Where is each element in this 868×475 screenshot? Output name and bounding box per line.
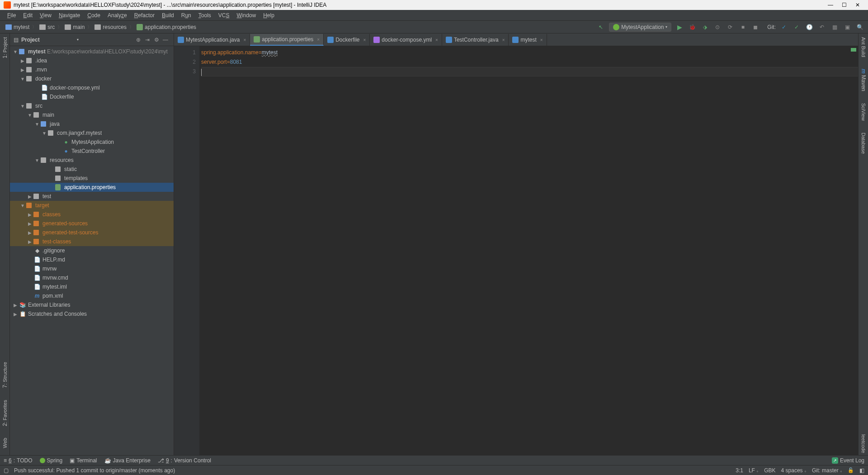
tree-main[interactable]: ▼main <box>10 110 174 119</box>
tree-idea[interactable]: ▶.idea <box>10 56 174 65</box>
menu-analyze[interactable]: Analyze <box>104 10 131 20</box>
tab-mytest-application[interactable]: MytestApplication.java× <box>174 34 250 46</box>
debug-button[interactable]: 🐞 <box>688 23 697 32</box>
tool-todo[interactable]: ≡ 6: TODO <box>4 457 33 464</box>
menu-file[interactable]: File <box>4 10 19 20</box>
tool-event-log[interactable]: ↗Event Log <box>832 457 864 464</box>
vcs-history-button[interactable]: 🕐 <box>805 23 814 32</box>
profile-button[interactable]: ⊙ <box>713 23 722 32</box>
project-tree[interactable]: ▼mytest E:\workspace\workdata\HELLOXF\st… <box>10 46 174 455</box>
tree-docker-compose[interactable]: 📄docker-compose.yml <box>10 83 174 92</box>
tree-test[interactable]: ▶test <box>10 192 174 201</box>
tree-mvnw-cmd[interactable]: 📄mvnw.cmd <box>10 273 174 282</box>
attach-button[interactable]: ⟳ <box>726 23 735 32</box>
tree-target[interactable]: ▼target <box>10 201 174 210</box>
close-icon[interactable]: × <box>363 38 366 43</box>
close-button[interactable]: ✕ <box>851 2 864 8</box>
memory-indicator[interactable]: ◧ <box>859 467 864 474</box>
ide-folders-button[interactable]: ▣ <box>843 23 852 32</box>
tool-web[interactable]: Web <box>1 436 9 450</box>
tool-spring[interactable]: Spring <box>40 457 63 464</box>
close-icon[interactable]: × <box>540 38 543 43</box>
tree-dockerfile[interactable]: 📄Dockerfile <box>10 92 174 101</box>
collapse-all-button[interactable]: ⇥ <box>143 37 152 43</box>
tree-resources[interactable]: ▼resources <box>10 156 174 165</box>
chevron-down-icon[interactable]: ▾ <box>77 38 79 42</box>
tree-gen-test-sources[interactable]: ▶generated-test-sources <box>10 228 174 237</box>
run-config-selector[interactable]: MytestApplication ▾ <box>609 23 671 32</box>
tree-package[interactable]: ▼com.jiangxf.mytest <box>10 128 174 138</box>
tree-iml[interactable]: 📄mytest.iml <box>10 282 174 291</box>
tree-gen-sources[interactable]: ▶generated-sources <box>10 219 174 228</box>
menu-navigate[interactable]: Navigate <box>55 10 84 20</box>
menu-build[interactable]: Build <box>158 10 178 20</box>
menu-help[interactable]: Help <box>259 10 278 20</box>
git-branch[interactable]: Git: master ⬨ <box>812 467 842 474</box>
inspection-status-icon[interactable] <box>851 48 856 52</box>
tool-database[interactable]: Database <box>860 131 867 156</box>
indent-config[interactable]: 4 spaces ⬨ <box>781 467 807 474</box>
tool-sciview[interactable]: SciView <box>860 101 867 123</box>
tree-classes[interactable]: ▶classes <box>10 210 174 219</box>
code-line-2[interactable]: server.port=8081 <box>201 57 858 67</box>
tab-docker-compose[interactable]: docker-compose.yml× <box>370 34 442 46</box>
file-encoding[interactable]: GBK <box>764 467 775 474</box>
tool-version-control[interactable]: ⎇ 9: Version Control <box>158 457 211 464</box>
tree-java[interactable]: ▼java <box>10 119 174 128</box>
minimize-button[interactable]: — <box>824 2 837 8</box>
tree-static[interactable]: static <box>10 165 174 174</box>
menu-edit[interactable]: Edit <box>19 10 36 20</box>
tool-java-ee[interactable]: ☕Java Enterprise <box>104 457 151 464</box>
tree-mytest-app[interactable]: ●MytestApplication <box>10 138 174 147</box>
tree-scratches[interactable]: ▶📋Scratches and Consoles <box>10 309 174 318</box>
code-content[interactable]: spring.application.name=mytest server.po… <box>199 46 858 455</box>
tab-application-properties[interactable]: application.properties× <box>250 34 324 46</box>
status-icon[interactable]: ▢ <box>4 467 9 474</box>
search-everywhere-button[interactable]: 🔍 <box>855 23 864 32</box>
editor-body[interactable]: 1 2 3 spring.application.name=mytest ser… <box>174 46 858 455</box>
code-line-3[interactable] <box>201 67 858 76</box>
tool-structure[interactable]: 7: Structure <box>1 360 9 390</box>
back-a-icon[interactable]: ↖ <box>596 23 605 32</box>
close-icon[interactable]: × <box>243 38 246 43</box>
line-separator[interactable]: LF ⬨ <box>749 467 759 474</box>
tree-docker[interactable]: ▼docker <box>10 74 174 83</box>
ide-settings-button[interactable]: ▦ <box>830 23 839 32</box>
maximize-button[interactable]: ☐ <box>837 2 851 8</box>
breadcrumb-main[interactable]: main <box>63 23 86 31</box>
run-button[interactable]: ▶ <box>675 23 684 32</box>
tab-test-controller[interactable]: TestController.java× <box>442 34 509 46</box>
code-line-1[interactable]: spring.application.name=mytest <box>201 48 858 57</box>
readonly-toggle[interactable]: 🔓 <box>848 467 854 473</box>
tree-src[interactable]: ▼src <box>10 101 174 110</box>
tab-dockerfile[interactable]: Dockerfile× <box>324 34 370 46</box>
breadcrumb-file[interactable]: application.properties <box>135 23 198 31</box>
breadcrumb-mytest[interactable]: mytest <box>4 23 31 31</box>
tool-maven[interactable]: m Maven <box>859 67 868 93</box>
tree-root-mytest[interactable]: ▼mytest E:\workspace\workdata\HELLOXF\st… <box>10 47 174 56</box>
tool-leetcode[interactable]: leetcode <box>860 432 867 455</box>
stop-button[interactable]: ■ <box>738 23 747 32</box>
menu-tools[interactable]: Tools <box>195 10 215 20</box>
menu-run[interactable]: Run <box>178 10 195 20</box>
tree-mvnw[interactable]: 📄mvnw <box>10 264 174 273</box>
tree-templates[interactable]: templates <box>10 174 174 183</box>
tab-mytest[interactable]: mytest× <box>509 34 547 46</box>
vcs-revert-button[interactable]: ↶ <box>817 23 826 32</box>
tree-external-libs[interactable]: ▶📚External Libraries <box>10 300 174 309</box>
menu-vcs[interactable]: VCS <box>215 10 233 20</box>
tree-test-controller[interactable]: ●TestController <box>10 147 174 156</box>
locate-file-button[interactable]: ⊕ <box>134 37 143 43</box>
tree-pom[interactable]: mpom.xml <box>10 291 174 300</box>
stop-all-button[interactable]: ◼ <box>751 23 760 32</box>
tool-project[interactable]: 1: Project <box>1 35 9 60</box>
tool-ant-build[interactable]: Ant Build <box>860 35 867 59</box>
breadcrumb-resources[interactable]: resources <box>93 23 128 31</box>
settings-gear-icon[interactable]: ⚙ <box>152 37 161 43</box>
run-coverage-button[interactable]: ⬗ <box>700 23 709 32</box>
tree-test-classes[interactable]: ▶test-classes <box>10 237 174 246</box>
menu-window[interactable]: Window <box>233 10 259 20</box>
caret-position[interactable]: 3:1 <box>736 467 743 474</box>
hide-panel-button[interactable]: — <box>161 37 170 43</box>
tree-gitignore[interactable]: ◆.gitignore <box>10 246 174 255</box>
